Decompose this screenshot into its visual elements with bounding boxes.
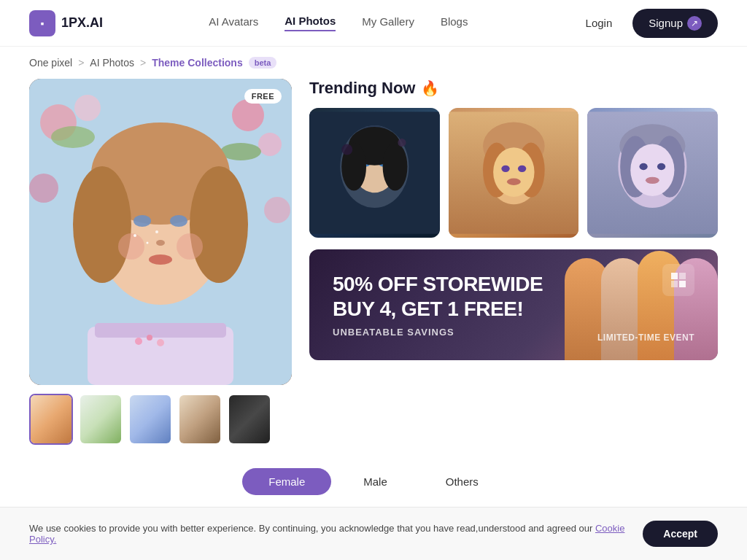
svg-point-7 <box>51 126 95 148</box>
svg-point-26 <box>157 339 164 346</box>
hero-image-container[interactable]: FREE <box>29 79 292 385</box>
free-badge: FREE <box>244 89 282 104</box>
breadcrumb-sep1: > <box>78 57 84 69</box>
cookie-accept-button[interactable]: Accept <box>643 521 718 547</box>
svg-point-17 <box>118 233 144 260</box>
svg-point-20 <box>147 242 149 244</box>
gender-tab-others[interactable]: Others <box>419 468 505 495</box>
svg-point-55 <box>640 163 648 170</box>
svg-point-56 <box>657 163 665 170</box>
svg-point-6 <box>264 197 290 223</box>
svg-point-4 <box>258 133 282 156</box>
thumb-image-1 <box>31 395 71 443</box>
promo-logo-overlay <box>662 264 694 296</box>
promo-right-text: LIMITED-TIME EVENT <box>597 332 694 343</box>
cookie-banner: We use cookies to provide you with bette… <box>0 507 747 560</box>
signup-arrow-icon: ↗ <box>687 16 702 31</box>
svg-point-14 <box>170 215 187 227</box>
nav-ai-avatars[interactable]: AI Avatars <box>209 15 258 31</box>
signup-button[interactable]: Signup ↗ <box>632 9 718 38</box>
trending-grid <box>309 108 718 238</box>
thumb-image-4 <box>179 395 220 443</box>
svg-point-44 <box>493 147 534 197</box>
svg-point-3 <box>232 99 264 131</box>
svg-point-19 <box>133 234 136 237</box>
header: ▪ 1PX.AI AI Avatars AI Photos My Gallery… <box>0 0 747 47</box>
svg-point-24 <box>135 338 142 345</box>
svg-point-46 <box>518 166 526 172</box>
svg-point-13 <box>133 215 151 227</box>
login-button[interactable]: Login <box>574 11 624 35</box>
hero-portrait-image <box>29 79 292 385</box>
svg-point-35 <box>383 143 408 191</box>
trending-image-3 <box>587 108 718 238</box>
trending-card-1[interactable] <box>309 108 440 238</box>
logo[interactable]: ▪ 1PX.AI <box>29 10 103 36</box>
thumb-image-3 <box>130 395 171 443</box>
thumbnail-5[interactable] <box>228 394 271 445</box>
right-panel: Trending Now 🔥 <box>309 79 718 445</box>
svg-point-16 <box>149 254 172 265</box>
trending-header: Trending Now 🔥 <box>309 79 718 98</box>
nav-ai-photos[interactable]: AI Photos <box>285 15 336 31</box>
thumbnail-1[interactable] <box>29 394 73 445</box>
promo-banner[interactable]: 50% OFF STOREWIDE BUY 4, GET 1 FREE! UNB… <box>309 249 718 360</box>
beta-badge: beta <box>249 57 277 69</box>
gender-tabs: Female Male Others <box>29 468 718 495</box>
svg-point-8 <box>220 143 261 160</box>
filter-section: Female Male Others <box>0 456 747 495</box>
hero-section: FREE <box>29 79 292 445</box>
thumbnail-3[interactable] <box>128 394 172 445</box>
svg-point-57 <box>646 177 659 184</box>
trending-image-1 <box>309 108 440 238</box>
logo-icon: ▪ <box>29 10 55 36</box>
breadcrumb-parent[interactable]: AI Photos <box>90 57 134 69</box>
svg-point-12 <box>190 166 248 283</box>
svg-rect-61 <box>679 281 686 287</box>
cookie-text: We use cookies to provide you with bette… <box>29 523 625 545</box>
svg-point-37 <box>398 139 406 147</box>
trending-card-2[interactable] <box>449 108 579 238</box>
svg-point-21 <box>155 230 158 233</box>
breadcrumb-sep2: > <box>140 57 146 69</box>
svg-point-25 <box>147 335 152 341</box>
nav-blogs[interactable]: Blogs <box>441 15 468 31</box>
svg-point-45 <box>501 166 509 172</box>
svg-rect-23 <box>95 323 226 338</box>
main-nav: AI Avatars AI Photos My Gallery Blogs <box>209 15 468 31</box>
gender-tab-male[interactable]: Male <box>337 468 414 495</box>
svg-rect-60 <box>671 281 678 287</box>
svg-rect-58 <box>671 273 678 279</box>
nav-my-gallery[interactable]: My Gallery <box>362 15 414 31</box>
thumbnail-4[interactable] <box>178 394 222 445</box>
trending-card-3[interactable] <box>587 108 718 238</box>
thumb-image-2 <box>80 395 121 443</box>
header-actions: Login Signup ↗ <box>574 9 718 38</box>
svg-point-2 <box>74 95 101 121</box>
fire-icon: 🔥 <box>421 79 439 97</box>
thumb-image-5 <box>229 395 270 443</box>
svg-point-54 <box>631 144 675 196</box>
logo-text: 1PX.AI <box>61 15 103 31</box>
gender-tab-female[interactable]: Female <box>242 468 331 495</box>
breadcrumb: One pixel > AI Photos > Theme Collection… <box>0 47 747 79</box>
svg-point-15 <box>156 240 165 246</box>
trending-title: Trending Now <box>309 79 415 98</box>
thumbnail-2[interactable] <box>79 394 123 445</box>
breadcrumb-root[interactable]: One pixel <box>29 57 72 69</box>
svg-point-47 <box>507 179 521 185</box>
hero-thumbnails <box>29 394 292 445</box>
svg-point-36 <box>341 144 352 155</box>
svg-point-11 <box>73 166 131 283</box>
trending-image-2 <box>449 108 579 238</box>
svg-point-18 <box>177 233 203 260</box>
main-content: FREE Trending Now 🔥 <box>0 79 747 456</box>
breadcrumb-current: Theme Collections <box>152 57 242 69</box>
hero-portrait-svg <box>29 79 292 385</box>
svg-point-5 <box>29 174 58 203</box>
svg-rect-59 <box>679 273 686 279</box>
